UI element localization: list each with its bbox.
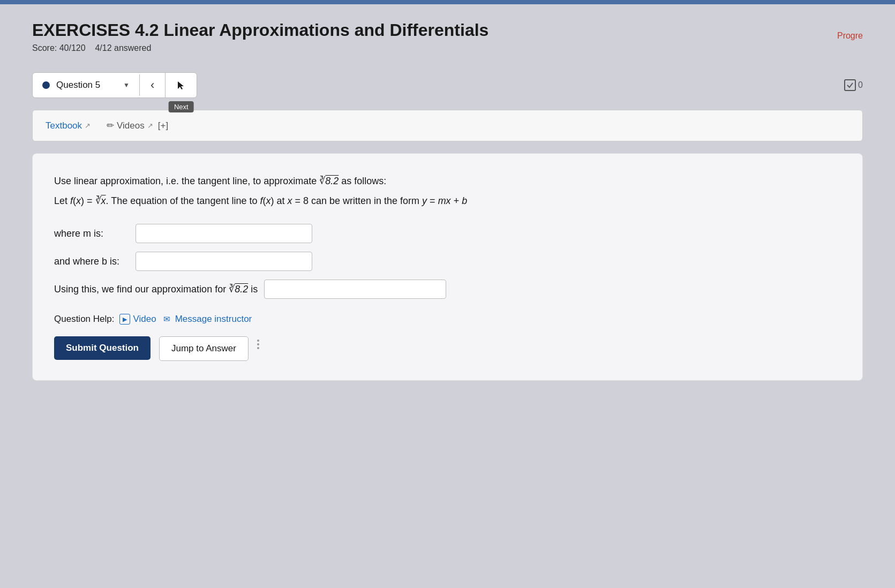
content-area: EXERCISES 4.2 Linear Approximations and … [0, 4, 895, 588]
plus-label: [+] [158, 120, 168, 131]
textbook-label: Textbook [46, 120, 82, 131]
textbook-link[interactable]: Textbook ↗ [46, 120, 91, 131]
header-left: EXERCISES 4.2 Linear Approximations and … [32, 20, 837, 53]
next-button[interactable]: ​ [166, 74, 197, 96]
dot-3 [257, 347, 259, 349]
header-right: Progre [837, 20, 863, 41]
videos-ext-icon: ↗ [147, 122, 153, 130]
next-btn-container: ​ Next [166, 74, 197, 96]
videos-label: Videos [117, 120, 145, 131]
nav-right: 0 [844, 70, 863, 91]
resources-bar: Textbook ↗ ✏ Videos ↗ [+] [32, 110, 863, 141]
textbook-ext-icon: ↗ [85, 122, 91, 130]
approx-input[interactable] [264, 280, 446, 299]
m-input[interactable] [136, 224, 312, 243]
chevron-down-icon: ▼ [123, 81, 130, 89]
main-card: Use linear approximation, i.e. the tange… [32, 153, 863, 381]
jump-to-answer-button[interactable]: Jump to Answer [159, 336, 249, 361]
help-label: Question Help: [54, 314, 114, 325]
question-dot [42, 81, 50, 89]
b-label: and where b is: [54, 256, 129, 267]
problem-statement: Use linear approximation, i.e. the tange… [54, 173, 841, 209]
mail-icon: ✉ [162, 315, 172, 323]
question-label: Question 5 [56, 80, 100, 91]
progress-link[interactable]: Progre [837, 31, 863, 41]
pencil-icon: ✏ [107, 120, 114, 131]
full-header: EXERCISES 4.2 Linear Approximations and … [32, 20, 863, 53]
prev-button[interactable]: ‹ [140, 73, 166, 97]
answered-text: 4/12 answered [95, 43, 151, 52]
question-nav-bar: Question 5 ▼ ‹ ​ Next [32, 72, 197, 98]
score-text: Score: 40/120 [32, 43, 86, 52]
dot-1 [257, 340, 259, 342]
approx-label: Using this, we find our approximation fo… [54, 283, 258, 295]
m-label: where m is: [54, 228, 129, 239]
buttons-row: Submit Question Jump to Answer [54, 336, 841, 361]
approx-row: Using this, we find our approximation fo… [54, 280, 841, 299]
exercise-title: EXERCISES 4.2 Linear Approximations and … [32, 20, 837, 40]
b-input-row: and where b is: [54, 252, 841, 271]
message-label: Message instructor [175, 314, 252, 325]
video-link[interactable]: ▶ Video [119, 314, 156, 325]
videos-link[interactable]: ✏ Videos ↗ [+] [107, 120, 168, 131]
b-input[interactable] [136, 252, 312, 271]
dot-2 [257, 343, 259, 345]
top-bar [0, 0, 895, 4]
dots-indicator [257, 336, 259, 349]
question-selector[interactable]: Question 5 ▼ [33, 74, 140, 96]
message-instructor-link[interactable]: ✉ Message instructor [162, 314, 252, 325]
submit-question-button[interactable]: Submit Question [54, 336, 151, 360]
checkbox-label: 0 [858, 80, 863, 90]
video-label: Video [133, 314, 156, 325]
play-icon: ▶ [119, 314, 130, 325]
m-input-row: where m is: [54, 224, 841, 243]
page-wrapper: EXERCISES 4.2 Linear Approximations and … [0, 0, 895, 588]
checkbox-icon [844, 79, 856, 91]
score-line: Score: 40/120 4/12 answered [32, 43, 837, 53]
svg-marker-0 [178, 81, 184, 89]
question-help-row: Question Help: ▶ Video ✉ Message instruc… [54, 314, 841, 325]
